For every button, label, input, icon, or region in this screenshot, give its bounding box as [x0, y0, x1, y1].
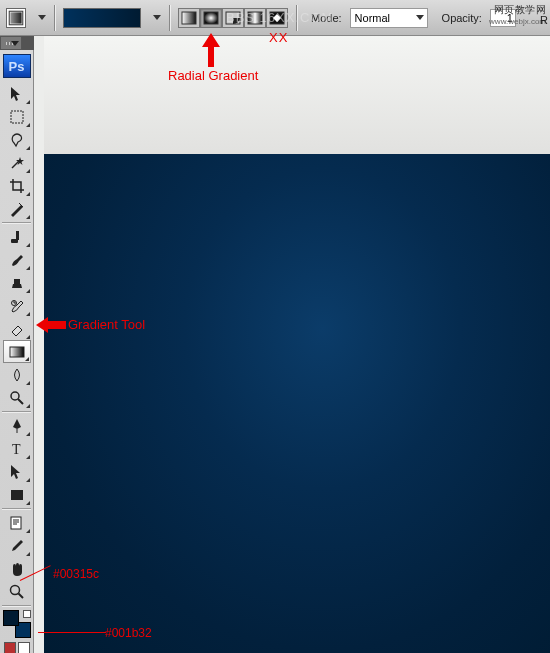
svg-rect-5	[248, 12, 262, 24]
document-canvas[interactable]	[44, 154, 550, 653]
brush-tool[interactable]	[3, 248, 31, 271]
type-tool[interactable]: T	[3, 437, 31, 460]
mode-select[interactable]: Normal	[350, 8, 428, 28]
canvas-padding	[44, 36, 550, 156]
default-colors-icon[interactable]	[23, 610, 31, 618]
notes-tool[interactable]	[3, 511, 31, 534]
svg-marker-18	[202, 33, 220, 67]
linear-gradient-button[interactable]	[178, 8, 200, 28]
svg-text:T: T	[12, 442, 21, 457]
panel-separator	[2, 605, 31, 606]
eraser-tool[interactable]	[3, 317, 31, 340]
svg-rect-2	[182, 12, 196, 24]
tool-preset-picker[interactable]	[6, 8, 26, 28]
mode-value: Normal	[355, 12, 390, 24]
annotation-gradient-tool-label: Gradient Tool	[68, 317, 145, 332]
crop-tool[interactable]	[3, 174, 31, 197]
quickmask-toggle[interactable]	[0, 642, 33, 653]
annotation-line	[38, 632, 106, 633]
reverse-checkbox-label: R	[540, 14, 548, 26]
reflected-gradient-button[interactable]	[244, 8, 266, 28]
separator	[169, 5, 170, 31]
quickmask-mode-icon	[18, 642, 30, 653]
panel-separator	[2, 222, 31, 223]
pen-tool[interactable]	[3, 414, 31, 437]
svg-rect-10	[16, 231, 19, 240]
shape-tool[interactable]	[3, 483, 31, 506]
watermark-corner: 网页教学网 www.webjx.com	[489, 3, 546, 26]
svg-point-17	[10, 585, 19, 594]
separator	[296, 5, 297, 31]
move-tool[interactable]	[3, 82, 31, 105]
mode-label: Mode:	[311, 12, 342, 24]
zoom-tool[interactable]	[3, 580, 31, 603]
svg-point-13	[11, 392, 19, 400]
marquee-tool[interactable]	[3, 105, 31, 128]
eyedropper-tool[interactable]	[3, 534, 31, 557]
clone-stamp-tool[interactable]	[3, 271, 31, 294]
panel-grip[interactable]	[0, 36, 22, 50]
gradient-picker-dropdown-icon[interactable]	[153, 15, 161, 20]
svg-rect-12	[10, 347, 24, 357]
gradient-tool[interactable]	[3, 340, 31, 363]
annotation-arrow-left	[36, 316, 66, 336]
panel-separator	[2, 411, 31, 412]
svg-rect-3	[204, 12, 218, 24]
svg-rect-8	[11, 111, 23, 123]
healing-brush-tool[interactable]	[3, 225, 31, 248]
collapse-icon	[11, 41, 19, 46]
svg-rect-15	[11, 490, 23, 500]
radial-gradient-button[interactable]	[200, 8, 222, 28]
separator	[54, 5, 55, 31]
annotation-radial-label: Radial Gradient	[168, 68, 258, 83]
svg-marker-19	[36, 317, 66, 333]
lasso-tool[interactable]	[3, 128, 31, 151]
annotation-arrow-up	[198, 33, 224, 71]
ps-logo: Ps	[3, 54, 31, 78]
magic-wand-tool[interactable]	[3, 151, 31, 174]
chevron-down-icon	[416, 15, 424, 20]
path-selection-tool[interactable]	[3, 460, 31, 483]
canvas-area	[34, 36, 550, 653]
tool-panel: Ps T	[0, 50, 34, 653]
standard-mode-icon	[4, 642, 16, 653]
annotation-hex-fg: #00315c	[53, 567, 99, 581]
annotation-hex-bg: #001b32	[105, 626, 152, 640]
slice-tool[interactable]	[3, 197, 31, 220]
blur-tool[interactable]	[3, 363, 31, 386]
foreground-color-swatch[interactable]	[3, 610, 19, 626]
dodge-tool[interactable]	[3, 386, 31, 409]
svg-rect-1	[10, 12, 21, 23]
opacity-label: Opacity:	[442, 12, 482, 24]
svg-rect-16	[11, 517, 21, 529]
gradient-type-group	[178, 8, 288, 28]
diamond-gradient-button[interactable]	[266, 8, 288, 28]
tool-preset-dropdown-icon[interactable]	[38, 15, 46, 20]
history-brush-tool[interactable]	[3, 294, 31, 317]
angle-gradient-button[interactable]	[222, 8, 244, 28]
annotation-xx: XX	[269, 30, 288, 45]
panel-separator	[2, 508, 31, 509]
gradient-preview[interactable]	[63, 8, 141, 28]
color-swatches[interactable]	[3, 610, 31, 638]
